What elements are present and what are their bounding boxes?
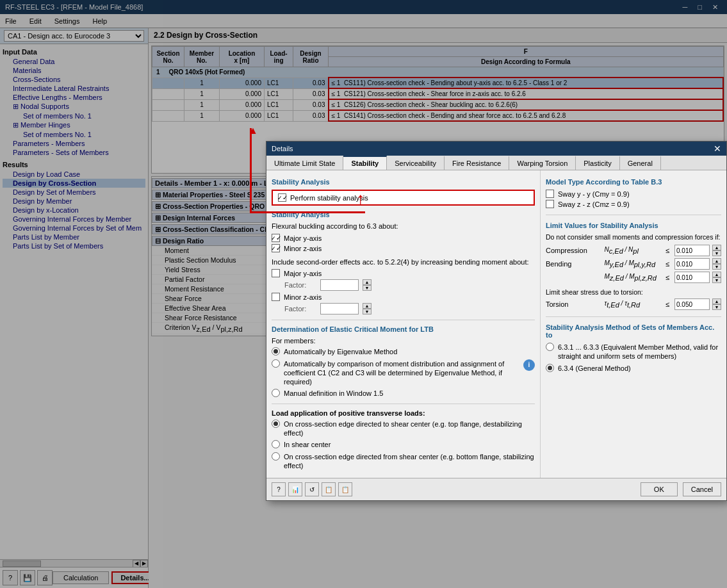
factor-row-1: Factor: ▲ ▼	[284, 279, 535, 291]
modal-help-buttons: ? 📊 ↺ 📋 📋	[272, 482, 352, 496]
limit-values-title: Limit Values for Stability Analysis	[546, 222, 721, 229]
tab-stability[interactable]: Stability	[343, 156, 387, 170]
elastic-critical-title: Determination of Elastic Critical Moment…	[272, 325, 535, 333]
modal-footer: ? 📊 ↺ 📋 📋 OK Cancel	[266, 478, 726, 500]
minor-z-axis-row: ✓ Minor z-axis	[272, 244, 535, 252]
compression-limit-row: Compression Nc,Ed / Npl ≤ ▲ ▼	[546, 245, 721, 256]
perform-stability-label: Perform stability analysis	[290, 194, 368, 202]
on-cross-section-edge-radio[interactable]	[272, 420, 280, 428]
bending-formula: My,Ed / Mpl,y,Rd	[605, 259, 661, 268]
sway-y-checkbox[interactable]	[546, 190, 554, 198]
bending-y-spin-down[interactable]: ▼	[712, 264, 721, 270]
limit-desc: Do not consider small moments and compre…	[546, 233, 721, 241]
right-divider-1	[546, 215, 721, 215]
method-1-label: 6.3.1 ... 6.3.3 (Equivalent Member Metho…	[558, 343, 721, 361]
compression-leq: ≤	[663, 247, 672, 254]
minor-z-axis-2-label: Minor z-axis	[284, 293, 322, 301]
manual-radio[interactable]	[272, 389, 280, 397]
auto-comparison-radio[interactable]	[272, 359, 280, 368]
bending-y-input[interactable]	[674, 258, 710, 270]
info-icon[interactable]: i	[523, 359, 535, 371]
minor-z-axis-label: Minor z-axis	[284, 245, 322, 252]
modal-right-section: Model Type According to Table B.3 Sway y…	[541, 170, 726, 478]
perform-stability-checkbox[interactable]: ✓	[278, 193, 286, 202]
tab-uls[interactable]: Ultimate Limit State	[266, 156, 343, 170]
load-application-title: Load application of positive transverse …	[272, 409, 535, 417]
bending-z-input[interactable]	[674, 272, 710, 283]
auto-eigenvalue-radio[interactable]	[272, 347, 280, 355]
on-cross-section-edge-row: On cross-section edge directed to shear …	[272, 420, 535, 438]
flexural-buckling-label: Flexural buckling according to 6.3 about…	[272, 222, 535, 230]
in-shear-center-label: In shear center	[284, 440, 535, 449]
modal-ok-button[interactable]: OK	[641, 482, 678, 496]
on-cross-section-from-row: On cross-section edge directed from shea…	[272, 452, 535, 471]
bending-z-spinner: ▲ ▼	[712, 272, 721, 283]
torsion-leq: ≤	[663, 300, 672, 308]
compression-input[interactable]	[674, 245, 710, 256]
factor-spin-up-2[interactable]: ▲	[363, 303, 372, 309]
modal-reset-btn[interactable]: ↺	[305, 482, 319, 496]
torsion-spinner: ▲ ▼	[712, 298, 721, 310]
sway-z-row: Sway z - z (Cmz = 0.9)	[546, 200, 721, 208]
tab-general[interactable]: General	[620, 156, 661, 170]
sway-z-checkbox[interactable]	[546, 200, 554, 208]
factor-spin-down-2[interactable]: ▼	[363, 309, 372, 314]
tab-serviceability[interactable]: Serviceability	[387, 156, 445, 170]
method-2-row: 6.3.4 (General Method)	[546, 364, 721, 373]
right-divider-2	[546, 316, 721, 317]
bending-z-spin-up[interactable]: ▲	[712, 272, 721, 277]
modal-close-button[interactable]: ✕	[714, 144, 721, 153]
for-members-label: For members:	[272, 337, 535, 345]
auto-comparison-label: Automatically by comparison of moment di…	[284, 359, 521, 387]
bending-z-spin-down[interactable]: ▼	[712, 277, 721, 283]
major-y-axis-2-label: Major y-axis	[284, 270, 322, 277]
method-1-radio[interactable]	[546, 343, 554, 351]
bending-label: Bending	[546, 260, 602, 268]
bending-y-spinner: ▲ ▼	[712, 258, 721, 270]
stability-section-title-1: Stability Analysis	[272, 178, 535, 186]
bending-z-formula: Mz,Ed / Mpl,z,Rd	[605, 273, 661, 282]
tab-plasticity[interactable]: Plasticity	[576, 156, 619, 170]
tab-fire-resistance[interactable]: Fire Resistance	[445, 156, 509, 170]
divider-1	[272, 320, 535, 320]
tab-warping-torsion[interactable]: Warping Torsion	[509, 156, 576, 170]
factor-input-1[interactable]	[320, 279, 359, 291]
major-y-axis-2-checkbox[interactable]	[272, 269, 280, 277]
on-cross-section-from-radio[interactable]	[272, 452, 280, 461]
compression-spin-down[interactable]: ▼	[712, 250, 721, 256]
compression-formula: Nc,Ed / Npl	[605, 246, 661, 255]
bending-y-limit-row: Bending My,Ed / Mpl,y,Rd ≤ ▲ ▼	[546, 258, 721, 270]
method-2-radio[interactable]	[546, 364, 554, 372]
model-type-title: Model Type According to Table B.3	[546, 178, 721, 186]
factor-spin-down-1[interactable]: ▼	[363, 285, 372, 291]
torsion-limit-row: Torsion τt,Ed / τt,Rd ≤ ▲ ▼	[546, 298, 721, 310]
torsion-label: Torsion	[546, 300, 602, 308]
factor-label-1: Factor:	[284, 281, 316, 289]
minor-z-axis-checkbox[interactable]: ✓	[272, 244, 280, 252]
torsion-spin-up[interactable]: ▲	[712, 298, 721, 304]
in-shear-center-radio[interactable]	[272, 440, 280, 448]
modal-tabs: Ultimate Limit State Stability Serviceab…	[266, 156, 726, 170]
bending-z-limit-row: Mz,Ed / Mpl,z,Rd ≤ ▲ ▼	[546, 272, 721, 283]
modal-cancel-button[interactable]: Cancel	[683, 482, 721, 496]
factor-spin-up-1[interactable]: ▲	[363, 279, 372, 285]
torsion-formula: τt,Ed / τt,Rd	[605, 300, 661, 309]
torsion-spin-down[interactable]: ▼	[712, 304, 721, 310]
compression-spin-up[interactable]: ▲	[712, 245, 721, 250]
in-shear-center-row: In shear center	[272, 440, 535, 449]
modal-copy-btn-1[interactable]: 📋	[322, 482, 336, 496]
modal-stats-btn[interactable]: 📊	[288, 482, 302, 496]
compression-label: Compression	[546, 247, 602, 254]
modal-help-btn[interactable]: ?	[272, 482, 286, 496]
factor-input-2[interactable]	[320, 303, 359, 314]
modal-copy-btn-2[interactable]: 📋	[338, 482, 352, 496]
major-y-axis-checkbox[interactable]: ✓	[272, 234, 280, 242]
second-order-label: Include second-order effects acc. to 5.2…	[272, 257, 535, 266]
on-cross-section-edge-label: On cross-section edge directed to shear …	[284, 420, 535, 438]
sway-y-row: Sway y - y (Cmy = 0.9)	[546, 190, 721, 198]
perform-stability-box: ✓ Perform stability analysis	[272, 190, 535, 206]
bending-y-spin-up[interactable]: ▲	[712, 258, 721, 264]
torsion-input[interactable]	[674, 298, 710, 310]
minor-z-axis-2-row: Minor z-axis	[272, 293, 535, 301]
minor-z-axis-2-checkbox[interactable]	[272, 293, 280, 301]
